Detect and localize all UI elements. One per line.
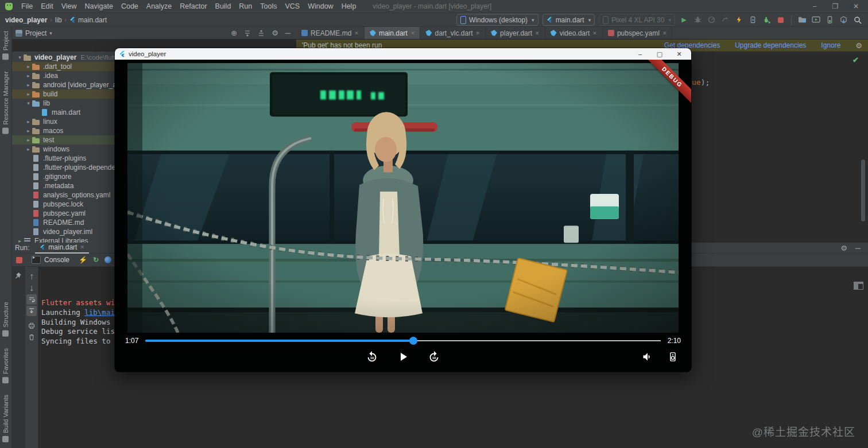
editor-tab[interactable]: dart_vlc.dart	[420, 27, 486, 39]
tree-chevron-icon[interactable]: ▾	[25, 100, 32, 106]
menu-item[interactable]: Code	[117, 1, 142, 12]
collapse-all-icon[interactable]	[258, 30, 265, 37]
player-progress-thumb[interactable]	[409, 337, 417, 345]
chevron-down-icon[interactable]: ▾	[49, 30, 52, 36]
menu-item[interactable]: Build	[211, 1, 235, 12]
tab-close-icon[interactable]	[535, 30, 540, 36]
pin-icon[interactable]	[13, 270, 24, 281]
next-occurrence-icon[interactable]: ↓	[26, 283, 37, 293]
search-everywhere-icon[interactable]	[852, 15, 862, 25]
app-title-bar[interactable]: video_player – ▢ ✕	[115, 48, 691, 60]
hot-reload-icon[interactable]: ⚡	[79, 256, 87, 264]
notification-settings-icon[interactable]: ⚙	[855, 41, 862, 50]
debug-button[interactable]	[693, 15, 703, 25]
menu-item[interactable]: Run	[235, 1, 256, 12]
speaker-icon[interactable]	[666, 350, 680, 364]
menu-item[interactable]: VCS	[281, 1, 304, 12]
menu-item[interactable]: Window	[304, 1, 337, 12]
tree-chevron-icon[interactable]: ▸	[25, 119, 32, 124]
tab-close-icon[interactable]: ✕	[80, 244, 84, 250]
menu-item[interactable]: Analyze	[142, 1, 176, 12]
scroll-to-end-icon[interactable]	[26, 306, 37, 316]
tab-close-icon[interactable]	[662, 30, 667, 36]
locate-file-icon[interactable]: ⊕	[231, 29, 237, 37]
menu-item[interactable]: Tools	[256, 1, 281, 12]
logcat-icon[interactable]	[811, 15, 821, 25]
player-progress-track[interactable]	[145, 337, 660, 345]
tree-chevron-icon[interactable]: ▸	[25, 91, 32, 97]
profile-button[interactable]	[707, 15, 716, 25]
editor-tab[interactable]: README.md	[296, 27, 365, 39]
prev-occurrence-icon[interactable]: ↑	[26, 271, 37, 282]
clear-console-icon[interactable]	[26, 332, 37, 342]
tree-chevron-icon[interactable]: ▸	[25, 128, 32, 134]
settings-gear-icon[interactable]: ⚙	[272, 29, 278, 37]
tab-close-icon[interactable]	[410, 30, 415, 36]
attach-debugger-button[interactable]	[762, 15, 772, 25]
menu-item[interactable]: File	[17, 1, 37, 12]
print-icon[interactable]	[26, 321, 37, 331]
app-close-icon[interactable]: ✕	[669, 48, 689, 60]
run-config-selector[interactable]: main.dart	[542, 14, 595, 26]
attach-profiler-button[interactable]	[720, 15, 730, 25]
tab-close-icon[interactable]	[354, 30, 359, 36]
menu-item[interactable]: Refactor	[176, 1, 211, 12]
window-close-icon[interactable]: ✕	[852, 2, 860, 10]
inspection-ok-icon[interactable]: ✔	[852, 56, 859, 64]
app-maximize-icon[interactable]: ▢	[650, 48, 669, 60]
stop-process-icon[interactable]	[16, 257, 22, 263]
hot-restart-icon[interactable]: ↻	[93, 256, 99, 264]
tree-chevron-icon[interactable]: ▸	[25, 137, 32, 143]
tree-chevron-icon[interactable]: ▸	[25, 82, 32, 88]
run-tab-main-dart[interactable]: main.dart ✕	[35, 243, 89, 254]
app-minimize-icon[interactable]: –	[630, 48, 650, 60]
hide-panel-icon[interactable]: ─	[285, 29, 290, 37]
stop-button[interactable]	[776, 15, 785, 25]
device-file-explorer-icon[interactable]	[797, 15, 807, 25]
settings-gear-icon[interactable]: ⚙	[840, 244, 847, 252]
tree-chevron-icon[interactable]: ▸	[25, 146, 32, 152]
tool-window-button[interactable]: Project	[2, 31, 9, 60]
hot-reload-button[interactable]	[734, 15, 744, 25]
breadcrumb-lib[interactable]: lib	[55, 16, 62, 24]
sdk-manager-icon[interactable]	[839, 15, 848, 25]
menu-item[interactable]: Help	[338, 1, 361, 12]
target-device-selector[interactable]: Windows (desktop)	[456, 14, 538, 26]
device-manager-icon[interactable]	[825, 15, 835, 25]
expand-all-icon[interactable]	[244, 30, 251, 37]
play-icon[interactable]	[396, 350, 410, 364]
profile-app-button[interactable]	[748, 15, 758, 25]
menu-item[interactable]: Edit	[37, 1, 57, 12]
editor-tab[interactable]: video.dart	[545, 27, 603, 39]
tab-close-icon[interactable]	[476, 30, 480, 36]
editor-tab[interactable]: player.dart	[486, 27, 545, 39]
volume-up-icon[interactable]	[641, 350, 654, 364]
soft-wrap-icon[interactable]	[26, 294, 37, 305]
window-minimize-icon[interactable]: –	[811, 2, 819, 10]
menu-item[interactable]: Navigate	[81, 1, 117, 12]
editor-tab[interactable]: pubspec.yaml	[603, 27, 673, 39]
editor-tab[interactable]: main.dart	[365, 27, 421, 39]
avd-selector[interactable]: Pixel 4 XL API 30	[599, 14, 675, 26]
tree-chevron-icon[interactable]: ▸	[25, 73, 32, 79]
editor-layout-icon[interactable]	[854, 282, 863, 290]
open-devtools-icon[interactable]	[104, 256, 111, 263]
tool-window-button[interactable]: Structure	[2, 302, 9, 337]
upgrade-dependencies-link[interactable]: Upgrade dependencies	[735, 41, 806, 49]
tree-chevron-icon[interactable]: ▾	[16, 54, 24, 60]
ignore-link[interactable]: Ignore	[821, 41, 840, 49]
replay-10-icon[interactable]: 10	[365, 350, 379, 364]
project-panel-title[interactable]: Project	[25, 29, 46, 37]
tab-close-icon[interactable]	[592, 30, 597, 36]
forward-10-icon[interactable]: 10	[427, 350, 441, 364]
window-maximize-icon[interactable]: ❐	[831, 2, 839, 10]
breadcrumb-file[interactable]: main.dart	[78, 16, 107, 24]
editor-scrollbar-thumb[interactable]	[861, 159, 865, 221]
run-button[interactable]: ▶	[679, 15, 689, 25]
tool-window-button[interactable]: Resource Manager	[2, 71, 9, 134]
tool-window-button[interactable]: Favorites	[2, 348, 9, 383]
breadcrumb-project[interactable]: video_player	[5, 16, 47, 24]
console-tab[interactable]: Console	[28, 256, 73, 264]
hide-panel-icon[interactable]: ─	[855, 244, 861, 252]
tree-chevron-icon[interactable]: ▸	[25, 64, 32, 69]
